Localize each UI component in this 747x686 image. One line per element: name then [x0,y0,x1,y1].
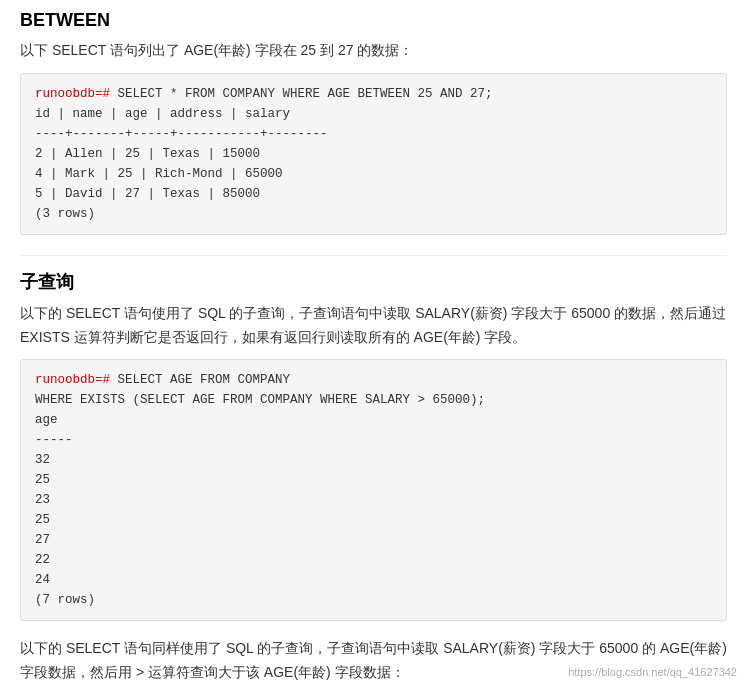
subquery-title: 子查询 [20,270,727,294]
subquery-code-block-1: runoobdb=# SELECT AGE FROM COMPANY WHERE… [20,359,727,621]
subquery1-row-2: 25 [35,470,712,490]
subquery1-prompt: runoobdb=# [35,373,110,387]
subquery1-row-4: 25 [35,510,712,530]
between-code-block: runoobdb=# SELECT * FROM COMPANY WHERE A… [20,73,727,235]
subquery-description2: 以下的 SELECT 语句同样使用了 SQL 的子查询，子查询语句中读取 SAL… [20,637,727,685]
between-title: BETWEEN [20,10,727,31]
between-separator: ----+-------+-----+-----------+-------- [35,124,712,144]
subquery1-row-5: 27 [35,530,712,550]
between-rowcount: (3 rows) [35,204,712,224]
between-row-3: 5 | David | 27 | Texas | 85000 [35,184,712,204]
subquery1-separator: ----- [35,430,712,450]
subquery1-sql-line1: runoobdb=# SELECT AGE FROM COMPANY [35,370,712,390]
between-sql: SELECT * FROM COMPANY WHERE AGE BETWEEN … [110,87,493,101]
between-header: id | name | age | address | salary [35,104,712,124]
subquery-section: 子查询 以下的 SELECT 语句使用了 SQL 的子查询，子查询语句中读取 S… [20,270,727,686]
between-sql-line: runoobdb=# SELECT * FROM COMPANY WHERE A… [35,84,712,104]
between-section: BETWEEN 以下 SELECT 语句列出了 AGE(年龄) 字段在 25 到… [20,10,727,235]
between-row-1: 2 | Allen | 25 | Texas | 15000 [35,144,712,164]
section-divider [20,255,727,256]
subquery1-header: age [35,410,712,430]
subquery1-row-3: 23 [35,490,712,510]
subquery1-row-7: 24 [35,570,712,590]
subquery-description1: 以下的 SELECT 语句使用了 SQL 的子查询，子查询语句中读取 SALAR… [20,302,727,350]
subquery1-sql-line2: WHERE EXISTS (SELECT AGE FROM COMPANY WH… [35,390,712,410]
between-row-2: 4 | Mark | 25 | Rich-Mond | 65000 [35,164,712,184]
subquery1-rowcount: (7 rows) [35,590,712,610]
between-description: 以下 SELECT 语句列出了 AGE(年龄) 字段在 25 到 27 的数据： [20,39,727,63]
subquery1-row-1: 32 [35,450,712,470]
between-prompt: runoobdb=# [35,87,110,101]
subquery1-sql1: SELECT AGE FROM COMPANY [110,373,290,387]
subquery1-row-6: 22 [35,550,712,570]
